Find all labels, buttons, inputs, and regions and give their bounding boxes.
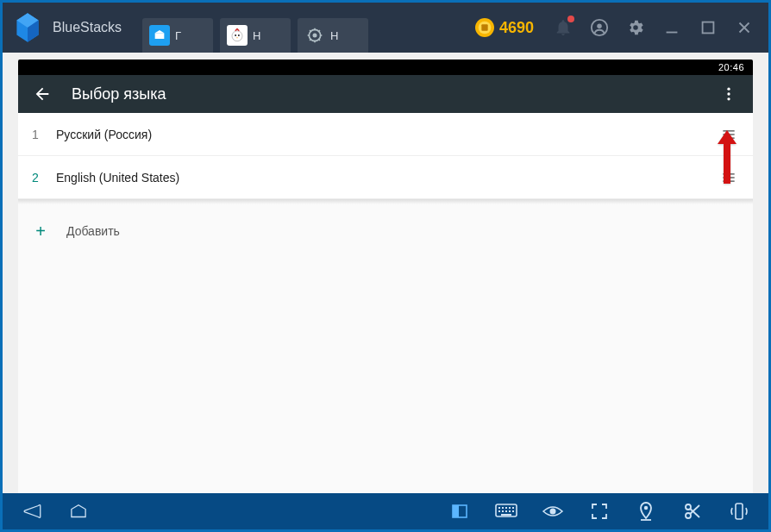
content-area: 20:46 Выбор языка 1 Русский (Россия) 2 E…: [3, 53, 768, 493]
tab-label: Н: [330, 29, 338, 42]
svg-point-44: [550, 509, 556, 515]
back-button[interactable]: [30, 82, 54, 106]
plus-icon: +: [32, 222, 49, 241]
drag-handle-icon[interactable]: [718, 126, 739, 143]
svg-point-22: [727, 92, 730, 95]
svg-rect-39: [502, 510, 504, 512]
chicken-app-icon: [227, 25, 248, 46]
svg-rect-42: [512, 510, 514, 512]
language-list: 1 Русский (Россия) 2 English (United Sta…: [18, 113, 753, 493]
notifications-button[interactable]: [548, 12, 579, 43]
shake-button[interactable]: [722, 497, 756, 526]
minimize-button[interactable]: [656, 12, 687, 43]
keyboard-button[interactable]: [489, 497, 523, 526]
svg-point-3: [238, 34, 240, 36]
tab-label: Г: [175, 29, 181, 42]
settings-app-icon: [304, 25, 325, 46]
coin-balance[interactable]: 4690: [475, 18, 534, 37]
tab-2[interactable]: Н: [298, 18, 368, 53]
svg-rect-38: [498, 510, 500, 512]
fullscreen-button[interactable]: [582, 497, 617, 526]
svg-point-1: [232, 31, 242, 41]
language-index: 1: [32, 128, 56, 141]
svg-rect-41: [509, 510, 511, 512]
svg-rect-35: [505, 507, 507, 509]
maximize-button[interactable]: [693, 12, 724, 43]
svg-rect-31: [453, 505, 459, 517]
home-app-icon: [149, 25, 170, 46]
svg-rect-20: [703, 22, 714, 34]
close-button[interactable]: [729, 12, 760, 43]
location-button[interactable]: [629, 497, 663, 526]
svg-point-45: [644, 506, 648, 510]
language-name: English (United States): [56, 171, 718, 185]
tab-1[interactable]: Н: [220, 18, 291, 53]
scissors-button[interactable]: [675, 497, 710, 526]
settings-button[interactable]: [620, 12, 651, 43]
system-nav-bar: [3, 493, 768, 529]
drag-handle-icon[interactable]: [718, 169, 739, 186]
svg-point-47: [686, 504, 691, 510]
notification-dot-icon: [567, 16, 574, 22]
bluestacks-logo-icon: [9, 9, 46, 46]
android-status-bar: 20:46: [18, 59, 753, 75]
svg-point-2: [235, 34, 236, 36]
language-index: 2: [32, 171, 56, 185]
svg-rect-51: [736, 504, 743, 519]
language-row[interactable]: 1 Русский (Россия): [18, 113, 753, 156]
svg-rect-19: [667, 32, 678, 34]
svg-rect-37: [512, 507, 514, 509]
language-name: Русский (Россия): [56, 128, 718, 141]
svg-point-48: [686, 513, 691, 518]
svg-point-23: [727, 97, 730, 100]
app-bar: Выбор языка: [18, 75, 753, 113]
svg-rect-0: [155, 33, 165, 39]
svg-point-18: [597, 23, 602, 28]
nav-back-button[interactable]: [15, 497, 49, 526]
svg-point-21: [727, 88, 730, 91]
svg-rect-43: [501, 514, 511, 516]
svg-rect-34: [502, 507, 504, 509]
language-row[interactable]: 2 English (United States): [18, 156, 753, 199]
coin-icon: [475, 18, 494, 37]
nav-home-button[interactable]: [61, 497, 96, 526]
titlebar: BlueStacks Г Н Н 4690: [3, 3, 768, 53]
status-time: 20:46: [718, 62, 744, 72]
toggle-panel-button[interactable]: [442, 497, 477, 526]
svg-point-5: [313, 34, 317, 38]
add-language-label: Добавить: [66, 224, 120, 238]
account-button[interactable]: [584, 12, 615, 43]
svg-rect-33: [498, 507, 500, 509]
add-language-button[interactable]: + Добавить: [18, 210, 753, 253]
tab-0[interactable]: Г: [142, 18, 213, 53]
eye-button[interactable]: [536, 497, 570, 526]
page-title: Выбор языка: [72, 85, 717, 103]
svg-rect-16: [481, 24, 487, 30]
svg-rect-36: [509, 507, 511, 509]
app-window: BlueStacks Г Н Н 4690: [0, 0, 771, 532]
svg-rect-40: [505, 510, 507, 512]
brand-label: BlueStacks: [53, 20, 122, 35]
more-menu-button[interactable]: [717, 82, 741, 106]
coin-amount: 4690: [499, 19, 534, 37]
tab-label: Н: [253, 29, 260, 42]
